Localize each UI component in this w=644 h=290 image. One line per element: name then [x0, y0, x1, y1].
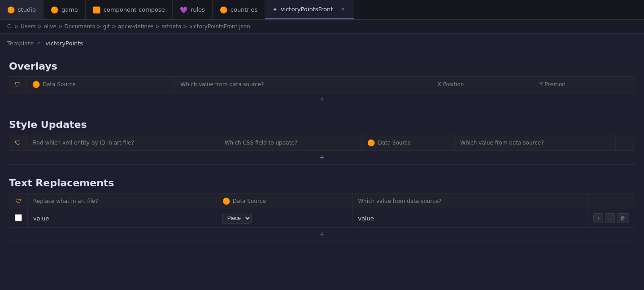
style-updates-add-button[interactable]: +: [320, 154, 325, 162]
rules-icon: 💜: [180, 6, 187, 13]
tab-studio[interactable]: 🟠 studio: [0, 0, 44, 19]
main-content: Overlays 🛡 🟠 Data Source Which value fro…: [0, 53, 644, 261]
bug-icon-text: 🛡: [15, 198, 22, 205]
tr-col-checkbox: 🛡: [9, 193, 28, 209]
tab-rules[interactable]: 💜 rules: [173, 0, 213, 19]
component-compose-icon: 🟧: [93, 6, 100, 13]
tab-countries[interactable]: 🟠 countries: [213, 0, 265, 19]
victory-icon: ✦: [272, 6, 278, 13]
datasource-icon-style: 🟠: [367, 139, 375, 146]
style-col-find-xml: Find which xml entity by ID in art file?: [27, 135, 219, 151]
datasource-icon-text: 🟠: [222, 198, 230, 205]
text-replacements-add-cell: +: [9, 228, 635, 242]
tr-row1-move-down-button[interactable]: ↓: [605, 213, 615, 223]
datasource-icon-overlays: 🟠: [32, 81, 40, 88]
tab-game[interactable]: 🟠 game: [44, 0, 86, 19]
tr-row1-which-value: value: [352, 209, 588, 228]
bug-icon-style: 🛡: [15, 139, 21, 146]
style-updates-add-cell: +: [9, 151, 635, 165]
overlays-col-bug: 🛡: [9, 77, 27, 92]
tab-close-button[interactable]: ✕: [339, 5, 346, 13]
template-value: victoryPoints: [46, 40, 83, 47]
style-col-datasource: 🟠 Data Source: [362, 135, 455, 151]
tr-row1-actions-cell: ↑ ↓ 🗑: [588, 209, 635, 228]
overlays-col-which-value: Which value from data source?: [175, 77, 432, 92]
overlays-col-datasource: 🟠 Data Source: [27, 77, 175, 92]
overlays-title: Overlays: [9, 61, 635, 72]
tab-component-compose[interactable]: 🟧 component-compose: [86, 0, 173, 19]
overlays-add-button[interactable]: +: [320, 95, 325, 103]
bug-icon-overlays: 🛡: [15, 81, 21, 88]
style-updates-title: Style Updates: [9, 119, 635, 130]
tr-col-datasource: 🟠 Data Source: [217, 193, 352, 209]
text-replacements-table: 🛡 Replace what in art file? 🟠 Data Sourc…: [9, 193, 635, 242]
style-col-which-value: Which value from data source?: [455, 135, 616, 151]
template-label: Template ↗: [7, 40, 40, 47]
template-bar: Template ↗ victoryPoints: [0, 34, 644, 53]
style-col-extra: [616, 135, 635, 151]
tab-countries-label: countries: [231, 6, 257, 13]
tr-row1-checkbox-cell: [9, 209, 28, 228]
text-replacements-add-button[interactable]: +: [320, 230, 325, 238]
text-replacements-section: Text Replacements 🛡 Replace what in art …: [9, 177, 635, 242]
tab-rules-label: rules: [191, 6, 205, 13]
overlays-col-x: X Position: [432, 77, 534, 92]
tab-victoryPointsFront[interactable]: ✦ victoryPointsFront ✕: [265, 0, 354, 19]
tab-bar: 🟠 studio 🟠 game 🟧 component-compose 💜 ru…: [0, 0, 644, 20]
tr-col-which-value: Which value from data source?: [352, 193, 588, 209]
style-updates-table: 🛡 Find which xml entity by ID in art fil…: [9, 135, 635, 165]
tab-game-label: game: [61, 6, 78, 13]
style-col-bug: 🛡: [9, 135, 27, 151]
breadcrumb: C: > Users > olive > Documents > git > a…: [0, 20, 644, 34]
tab-studio-label: studio: [18, 6, 36, 13]
tr-row1-replace-what: value: [28, 209, 217, 228]
style-updates-header-row: 🛡 Find which xml entity by ID in art fil…: [9, 135, 635, 151]
tr-row1-move-up-button[interactable]: ↑: [593, 213, 603, 223]
overlays-table: 🛡 🟠 Data Source Which value from data so…: [9, 76, 635, 106]
tr-row1-checkbox[interactable]: [15, 214, 22, 221]
overlays-col-y: Y Position: [534, 77, 635, 92]
template-arrow-icon[interactable]: ↗: [36, 40, 40, 46]
overlays-header-row: 🛡 🟠 Data Source Which value from data so…: [9, 77, 635, 92]
text-replacement-row-1: value Piece value ↑: [9, 209, 635, 228]
text-replacements-header-row: 🛡 Replace what in art file? 🟠 Data Sourc…: [9, 193, 635, 209]
tab-component-compose-label: component-compose: [104, 6, 165, 13]
style-col-css-field: Which CSS field to update?: [219, 135, 362, 151]
overlays-add-cell: +: [9, 92, 635, 106]
tr-col-replace-what: Replace what in art file?: [28, 193, 217, 209]
studio-icon: 🟠: [7, 6, 15, 13]
tab-victory-label: victoryPointsFront: [281, 6, 333, 13]
overlays-add-row: +: [9, 92, 635, 106]
style-updates-section: Style Updates 🛡 Find which xml entity by…: [9, 119, 635, 165]
overlays-section: Overlays 🛡 🟠 Data Source Which value fro…: [9, 61, 635, 106]
game-icon: 🟠: [51, 6, 58, 13]
text-replacements-title: Text Replacements: [9, 177, 635, 189]
tr-row1-datasource-cell: Piece: [217, 209, 352, 228]
countries-icon: 🟠: [220, 6, 227, 13]
tr-col-actions: [588, 193, 635, 209]
tr-row1-delete-button[interactable]: 🗑: [617, 213, 629, 223]
style-updates-add-row: +: [9, 151, 635, 165]
text-replacements-add-row: +: [9, 228, 635, 242]
tr-row1-datasource-select[interactable]: Piece: [222, 213, 252, 224]
